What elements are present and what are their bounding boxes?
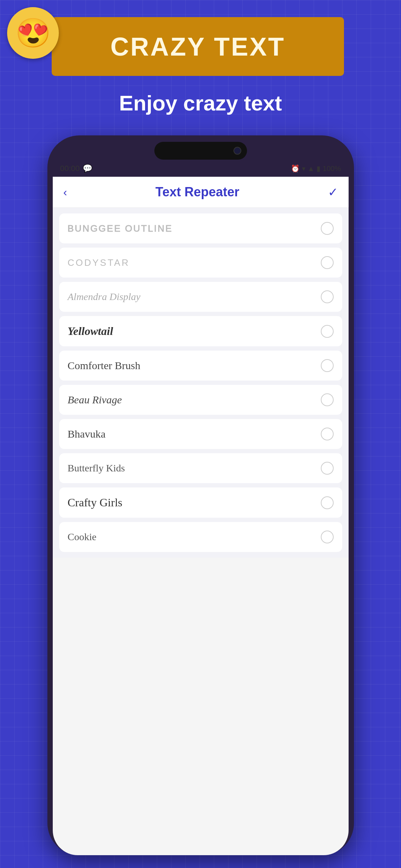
radio-button[interactable] xyxy=(321,222,334,235)
radio-button[interactable] xyxy=(321,531,334,543)
list-item[interactable]: Cookie xyxy=(59,522,342,552)
app-title: CRAZY TEXT xyxy=(110,32,286,61)
alarm-icon: ⏰ xyxy=(291,164,300,173)
font-name-bhavuka: Bhavuka xyxy=(68,428,106,440)
status-time: 00:00 xyxy=(60,164,80,173)
radio-button[interactable] xyxy=(321,290,334,303)
dynamic-island xyxy=(154,142,247,160)
list-item[interactable]: Bhavuka xyxy=(59,419,342,449)
status-left: 00:00 💬 xyxy=(60,164,92,173)
font-name-crafty-girls: Crafty Girls xyxy=(68,496,123,509)
whatsapp-icon: 💬 xyxy=(83,164,92,173)
font-name-beau-rivage: Beau Rivage xyxy=(68,394,122,406)
font-name-butterfly-kids: Butterfly Kids xyxy=(68,463,125,474)
title-banner: CRAZY TEXT xyxy=(52,17,344,76)
font-name-codystar: CODYSTAR xyxy=(68,257,130,268)
list-item[interactable]: CODYSTAR xyxy=(59,248,342,278)
radio-button[interactable] xyxy=(321,428,334,440)
radio-button[interactable] xyxy=(321,359,334,372)
screen-content: ‹ Text Repeater ✓ BUNGGEE OUTLINE CODYST… xyxy=(53,177,349,855)
wifi-icon: ▾ xyxy=(302,164,305,173)
app-logo: 😍 xyxy=(7,7,59,59)
radio-button[interactable] xyxy=(321,496,334,509)
list-item[interactable]: Beau Rivage xyxy=(59,385,342,415)
font-name-comforter: Comforter Brush xyxy=(68,360,140,372)
screen-title: Text Repeater xyxy=(155,185,239,200)
app-header: ‹ Text Repeater ✓ xyxy=(53,177,349,208)
list-item[interactable]: BUNGGEE OUTLINE xyxy=(59,213,342,243)
back-button[interactable]: ‹ xyxy=(63,186,67,199)
font-name-bunggee-outline: BUNGGEE OUTLINE xyxy=(68,223,173,234)
battery-icon: ▮ xyxy=(317,164,320,173)
font-name-yellowtail: Yellowtail xyxy=(68,325,113,338)
radio-button[interactable] xyxy=(321,462,334,475)
subtitle: Enjoy crazy text xyxy=(0,91,401,115)
signal-icon: ▲ xyxy=(308,165,315,173)
list-item[interactable]: Yellowtail xyxy=(59,316,342,346)
list-item[interactable]: Comforter Brush xyxy=(59,351,342,381)
radio-button[interactable] xyxy=(321,256,334,269)
camera-dot xyxy=(233,147,241,155)
list-item[interactable]: Crafty Girls xyxy=(59,487,342,518)
logo-emoji: 😍 xyxy=(15,16,51,50)
status-right: ⏰ ▾ ▲ ▮ 100% xyxy=(291,164,341,173)
list-item[interactable]: Butterfly Kids xyxy=(59,453,342,483)
list-item[interactable]: Almendra Display xyxy=(59,282,342,312)
font-name-cookie: Cookie xyxy=(68,531,97,543)
radio-button[interactable] xyxy=(321,393,334,406)
confirm-button[interactable]: ✓ xyxy=(328,185,338,199)
font-list: BUNGGEE OUTLINE CODYSTAR Almendra Displa… xyxy=(53,208,349,558)
battery-level: 100% xyxy=(323,165,341,173)
phone-mockup: 00:00 💬 ⏰ ▾ ▲ ▮ 100% ‹ Text Repeater ✓ B… xyxy=(47,135,354,855)
radio-button[interactable] xyxy=(321,325,334,338)
font-name-almendra: Almendra Display xyxy=(68,291,141,303)
status-bar: 00:00 💬 ⏰ ▾ ▲ ▮ 100% xyxy=(55,162,347,175)
